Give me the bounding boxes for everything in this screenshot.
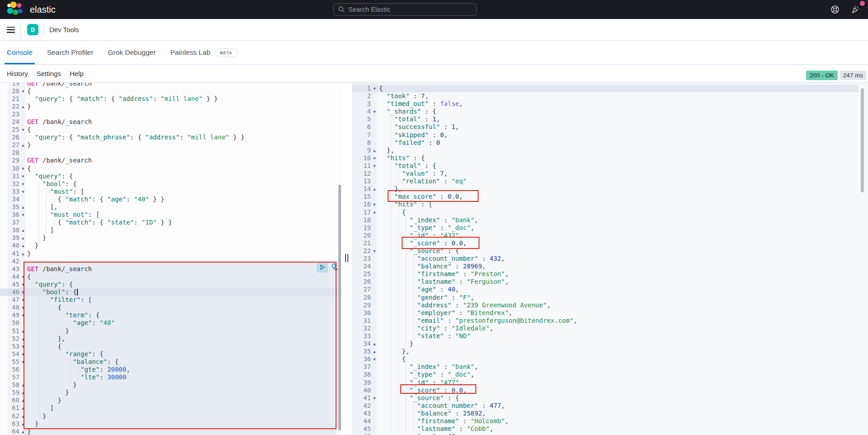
tab-console[interactable]: Console bbox=[7, 41, 33, 64]
code-line[interactable]: 29GET /bank/_search bbox=[0, 157, 342, 164]
fold-icon[interactable]: ▾ bbox=[371, 394, 378, 402]
fold-icon[interactable]: ▴ bbox=[19, 389, 27, 397]
code-line[interactable]: 47▾ "filter": [ bbox=[0, 296, 342, 304]
fold-icon[interactable]: ▾ bbox=[371, 209, 378, 216]
code-line[interactable]: 58▴ } bbox=[0, 381, 342, 389]
code-line[interactable]: 6 "successful" : 1, bbox=[342, 123, 868, 131]
code-line[interactable]: 52▴ }, bbox=[0, 335, 342, 343]
fold-icon[interactable]: ▾ bbox=[19, 358, 27, 366]
code-line[interactable]: 18 "_index" : "bank", bbox=[342, 216, 868, 224]
news-button[interactable] bbox=[851, 0, 861, 19]
code-line[interactable]: 37 { "match": { "state": "ID" } } bbox=[0, 219, 342, 226]
fold-icon[interactable]: ▴ bbox=[19, 381, 27, 389]
fold-icon[interactable]: ▴ bbox=[19, 412, 27, 420]
code-line[interactable]: 10▾ "hits" : { bbox=[342, 154, 868, 162]
code-line[interactable]: 39 "_id" : "477", bbox=[342, 379, 868, 387]
code-line[interactable]: 42 "account_number" : 477, bbox=[342, 402, 868, 410]
code-line[interactable]: 33 "state" : "ND" bbox=[342, 332, 868, 340]
fold-icon[interactable]: ▴ bbox=[19, 404, 27, 412]
fold-icon[interactable]: ▾ bbox=[371, 162, 378, 170]
code-line[interactable]: 40▴ } bbox=[0, 242, 342, 249]
code-line[interactable]: 37 "_index" : "bank", bbox=[342, 363, 868, 371]
code-line[interactable]: 13 "relation" : "eq" bbox=[342, 177, 868, 185]
code-line[interactable]: 11▾ "total" : { bbox=[342, 162, 868, 170]
code-line[interactable]: 22▴} bbox=[0, 103, 342, 110]
code-line[interactable]: 33▾ "must": [ bbox=[0, 188, 342, 196]
fold-icon[interactable]: ▴ bbox=[19, 203, 27, 211]
code-line[interactable]: 63▴ } bbox=[0, 420, 342, 428]
code-line[interactable]: 39▴ } bbox=[0, 234, 342, 242]
code-line[interactable]: 34▴ } bbox=[342, 340, 868, 348]
fold-icon[interactable]: ▴ bbox=[19, 242, 27, 249]
code-line[interactable]: 57 "lte": 30000 bbox=[0, 373, 342, 381]
fold-icon[interactable]: ▴ bbox=[19, 420, 27, 428]
code-line[interactable]: 31 "email" : "prestonferguson@bitendrex.… bbox=[342, 317, 868, 325]
code-line[interactable]: 34 { "match": { "age": "40" } } bbox=[0, 196, 342, 203]
elastic-brand[interactable]: elastic bbox=[6, 0, 56, 19]
code-line[interactable]: 42 bbox=[0, 258, 342, 265]
right-scrollbar[interactable] bbox=[861, 88, 864, 192]
code-line[interactable]: 60▴ } bbox=[0, 397, 342, 404]
fold-icon[interactable]: ▴ bbox=[19, 335, 27, 343]
code-line[interactable]: 44▾{ bbox=[0, 273, 342, 281]
fold-icon[interactable]: ▾ bbox=[19, 211, 27, 219]
fold-icon[interactable]: ▾ bbox=[19, 281, 27, 288]
code-line[interactable]: 24 "balance" : 28969, bbox=[342, 263, 868, 270]
pane-resize-handle[interactable] bbox=[345, 254, 349, 262]
left-scrollbar[interactable] bbox=[338, 185, 341, 430]
code-line[interactable]: 1▾{ bbox=[342, 85, 868, 92]
fold-icon[interactable]: ▾ bbox=[19, 273, 27, 281]
code-line[interactable]: 16▾ "hits" : [ bbox=[342, 201, 868, 208]
code-line[interactable]: 30 "employer" : "Bitendrex", bbox=[342, 309, 868, 317]
code-line[interactable]: 31▾ "query": { bbox=[0, 172, 342, 180]
send-request-button[interactable] bbox=[317, 262, 328, 272]
code-line[interactable]: 23 bbox=[0, 110, 342, 118]
fold-icon[interactable]: ▴ bbox=[19, 226, 27, 234]
menu-settings[interactable]: Settings bbox=[37, 70, 61, 77]
fold-icon[interactable]: ▴ bbox=[371, 348, 378, 355]
code-line[interactable]: 15 "max_score" : 0.0, bbox=[342, 193, 868, 201]
request-options-button[interactable] bbox=[328, 262, 339, 273]
code-line[interactable]: 35▴ ], bbox=[0, 203, 342, 211]
menu-history[interactable]: History bbox=[7, 70, 28, 77]
code-line[interactable]: 53▾ { bbox=[0, 343, 342, 350]
code-line[interactable]: 20▾{ bbox=[0, 87, 342, 95]
code-line[interactable]: 62▴ } bbox=[0, 412, 342, 420]
code-line[interactable]: 54▾ "range": { bbox=[0, 350, 342, 358]
code-line[interactable]: 45▾ "query": { bbox=[0, 281, 342, 288]
code-line[interactable]: 17▾ { bbox=[342, 209, 868, 216]
code-line[interactable]: 32▾ "bool": { bbox=[0, 180, 342, 188]
menu-icon[interactable] bbox=[7, 27, 15, 33]
fold-icon[interactable]: ▴ bbox=[19, 234, 27, 242]
code-line[interactable]: 48▾ { bbox=[0, 304, 342, 311]
fold-icon[interactable]: ▾ bbox=[371, 355, 378, 363]
fold-icon[interactable]: ▾ bbox=[19, 180, 27, 188]
fold-icon[interactable]: ▾ bbox=[19, 126, 27, 134]
code-line[interactable]: 43 "balance" : 25892, bbox=[342, 410, 868, 417]
code-line[interactable]: 46▾ "bool": { bbox=[0, 288, 342, 296]
code-line[interactable]: 21 "_score" : 0.0, bbox=[342, 239, 868, 247]
code-line[interactable]: 20 "_id" : "432", bbox=[342, 232, 868, 239]
fold-icon[interactable]: ▾ bbox=[19, 165, 27, 172]
code-line[interactable]: 46 "age" : 40, bbox=[342, 433, 868, 435]
code-line[interactable]: 56 "gte": 20000, bbox=[0, 366, 342, 373]
code-line[interactable]: 7 "skipped" : 0, bbox=[342, 131, 868, 139]
fold-icon[interactable]: ▾ bbox=[19, 343, 27, 350]
code-line[interactable]: 27▴} bbox=[0, 141, 342, 149]
code-line[interactable]: 2 "took" : 7, bbox=[342, 92, 868, 100]
fold-icon[interactable]: ▾ bbox=[19, 288, 27, 296]
tab-painless-lab[interactable]: Painless LabBETA bbox=[170, 41, 237, 64]
fold-icon[interactable]: ▴ bbox=[371, 147, 378, 154]
code-line[interactable]: 35▴ }, bbox=[342, 348, 868, 355]
code-line[interactable]: 26 "lastname" : "Ferguson", bbox=[342, 278, 868, 286]
code-line[interactable]: 40 "_score" : 0.0, bbox=[342, 387, 868, 394]
code-line[interactable]: 26 "query": { "match_phrase": { "address… bbox=[0, 134, 342, 141]
fold-icon[interactable]: ▾ bbox=[19, 188, 27, 196]
code-line[interactable]: 24GET /bank/_search bbox=[0, 118, 342, 126]
code-line[interactable]: 25▾{ bbox=[0, 126, 342, 134]
code-line[interactable]: 19GET /bank/_search bbox=[0, 83, 342, 87]
fold-icon[interactable]: ▴ bbox=[19, 250, 27, 258]
code-line[interactable]: 4▾ "_shards" : { bbox=[342, 108, 868, 115]
fold-icon[interactable]: ▴ bbox=[19, 141, 27, 149]
fold-icon[interactable]: ▾ bbox=[371, 247, 378, 255]
